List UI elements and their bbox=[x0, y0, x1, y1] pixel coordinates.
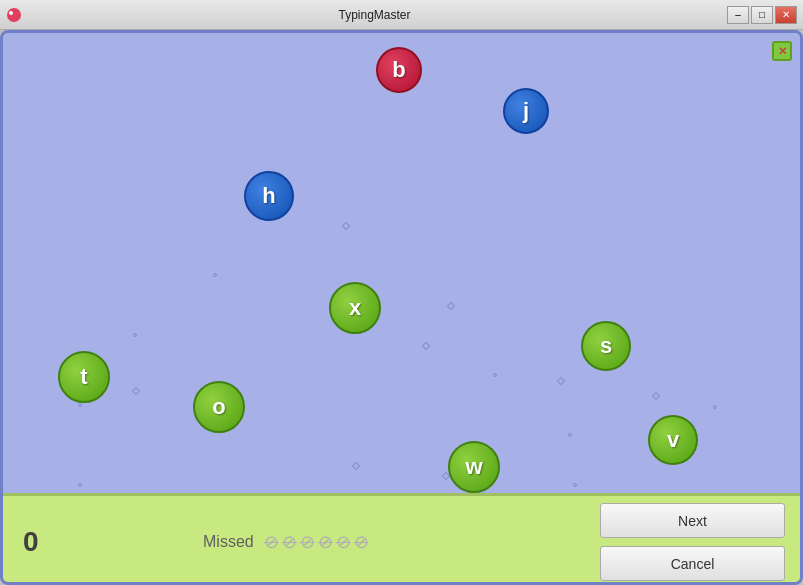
missed-section: Missed ⊘ ⊘ ⊘ ⊘ ⊘ ⊘ bbox=[203, 531, 369, 553]
title-bar-controls: – □ ✕ bbox=[727, 6, 797, 24]
maximize-button[interactable]: □ bbox=[751, 6, 773, 24]
dot-6 bbox=[132, 387, 140, 395]
game-area: ✕ b j h x s t o v w bbox=[3, 33, 800, 493]
bubble-o[interactable]: o bbox=[193, 381, 245, 433]
bottom-bar: 0 Missed ⊘ ⊘ ⊘ ⊘ ⊘ ⊘ WebForPC Next Cance… bbox=[3, 493, 800, 585]
game-close-button[interactable]: ✕ bbox=[772, 41, 792, 61]
dot-11 bbox=[213, 273, 217, 277]
dot-9 bbox=[78, 403, 82, 407]
dot-1 bbox=[342, 222, 350, 230]
svg-point-1 bbox=[9, 11, 13, 15]
dot-7 bbox=[352, 462, 360, 470]
dot-3 bbox=[557, 377, 565, 385]
main-window: ✕ b j h x s t o v w 0 Missed ⊘ bbox=[0, 30, 803, 585]
window-title: TypingMaster bbox=[22, 8, 727, 22]
bubble-s[interactable]: s bbox=[581, 321, 631, 371]
missed-icon-5: ⊘ bbox=[336, 531, 351, 553]
missed-icon-4: ⊘ bbox=[318, 531, 333, 553]
dot-15 bbox=[78, 483, 82, 487]
score-display: 0 bbox=[23, 526, 63, 558]
dot-10 bbox=[133, 333, 137, 337]
svg-point-0 bbox=[7, 8, 21, 22]
bubble-v[interactable]: v bbox=[648, 415, 698, 465]
missed-icon-6: ⊘ bbox=[354, 531, 369, 553]
bubble-b[interactable]: b bbox=[376, 47, 422, 93]
bubble-h[interactable]: h bbox=[244, 171, 294, 221]
bubble-x[interactable]: x bbox=[329, 282, 381, 334]
dot-13 bbox=[568, 433, 572, 437]
missed-icon-2: ⊘ bbox=[282, 531, 297, 553]
bubble-t[interactable]: t bbox=[58, 351, 110, 403]
dot-2 bbox=[447, 302, 455, 310]
missed-icons: ⊘ ⊘ ⊘ ⊘ ⊘ ⊘ bbox=[264, 531, 369, 553]
missed-icon-1: ⊘ bbox=[264, 531, 279, 553]
cancel-button[interactable]: Cancel bbox=[600, 546, 785, 581]
next-button[interactable]: Next bbox=[600, 503, 785, 538]
dot-16 bbox=[573, 483, 577, 487]
dot-12 bbox=[493, 373, 497, 377]
minimize-button[interactable]: – bbox=[727, 6, 749, 24]
bubble-j[interactable]: j bbox=[503, 88, 549, 134]
title-bar: TypingMaster – □ ✕ bbox=[0, 0, 803, 30]
window-close-button[interactable]: ✕ bbox=[775, 6, 797, 24]
app-icon bbox=[6, 7, 22, 23]
buttons-section: Next Cancel bbox=[600, 503, 785, 581]
missed-icon-3: ⊘ bbox=[300, 531, 315, 553]
dot-4 bbox=[422, 342, 430, 350]
dot-14 bbox=[713, 405, 717, 409]
bubble-w[interactable]: w bbox=[448, 441, 500, 493]
missed-label: Missed bbox=[203, 533, 254, 551]
title-bar-left bbox=[6, 7, 22, 23]
dot-5 bbox=[652, 392, 660, 400]
